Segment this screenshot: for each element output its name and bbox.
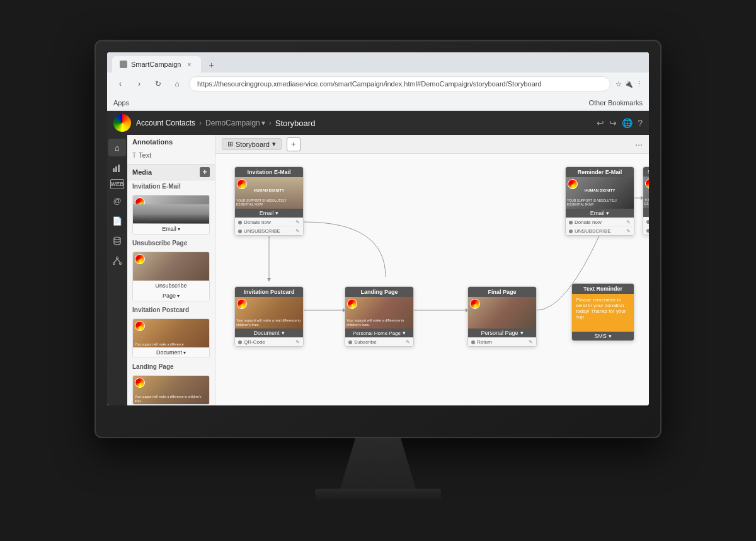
node-inv-email-header: Invitation E-Mail: [235, 167, 303, 177]
node-invitation-email[interactable]: Invitation E-Mail HUMAN DIGNITY YOUR SUP…: [234, 166, 304, 236]
other-bookmarks-label[interactable]: Other Bookmarks: [588, 99, 643, 107]
node-text-reminder[interactable]: Text Reminder Please remember to send in…: [571, 283, 634, 341]
panel-item-label-postcard[interactable]: Invitation Postcard: [127, 304, 215, 316]
svg-point-6: [120, 263, 122, 265]
node-inv-email-link2[interactable]: UNSUBSCRIBE ✎: [235, 226, 303, 235]
breadcrumb-campaign[interactable]: DemoCampaign ▾: [205, 119, 265, 127]
node-second-reminder[interactable]: Second Reminder E-Mail HUMAN DIGNITY YOU…: [643, 166, 649, 235]
inv-email-card[interactable]: Email ▾: [132, 195, 210, 235]
node-postcard-link1[interactable]: QR-Code ✎: [235, 337, 303, 346]
help-icon[interactable]: ?: [638, 118, 643, 128]
node-landing-footer[interactable]: Personal Home Page▾: [345, 329, 413, 337]
link-dot-sr1: [646, 220, 649, 224]
annotations-section: Annotations T Text: [127, 135, 215, 161]
bookmark-icon[interactable]: ☆: [616, 80, 622, 88]
node-sms-body: Please remember to send in your donation…: [572, 294, 634, 332]
sidebar-item-web[interactable]: WEB: [110, 179, 124, 189]
node-final-page[interactable]: Final Page Personal Page▾ Return ✎: [467, 286, 537, 347]
postcard-thumb: Your support will make a difference: [133, 319, 209, 347]
edit-fp[interactable]: ✎: [529, 339, 533, 345]
node-reminder-footer[interactable]: Email▾: [566, 209, 634, 218]
menu-icon[interactable]: ⋮: [636, 80, 643, 88]
node-second-reminder-header: Second Reminder E-Mail: [643, 167, 649, 177]
node-sms-footer[interactable]: SMS▾: [572, 332, 634, 340]
forward-button[interactable]: ›: [132, 77, 146, 91]
browser-tab-smartcampaign[interactable]: SmartCampaign ×: [112, 56, 201, 73]
storyboard-tab[interactable]: ⊞ Storyboard ▾: [222, 138, 282, 150]
node-reminder-link1[interactable]: Donate now ✎: [566, 218, 634, 226]
globe-icon[interactable]: 🌐: [622, 118, 633, 128]
node-postcard[interactable]: Invitation Postcard Your support will ma…: [234, 286, 304, 347]
svg-point-4: [117, 257, 118, 259]
canvas-add-tab-button[interactable]: +: [287, 137, 301, 151]
node-final-link1[interactable]: Return ✎: [468, 337, 536, 346]
breadcrumb: Account Contacts › DemoCampaign ▾ › Stor…: [136, 119, 315, 128]
node-second-reminder-link2[interactable]: UNSUBSCRIBE ✎: [643, 226, 649, 235]
node-final-header: Final Page: [468, 287, 536, 297]
node-landing-page[interactable]: Landing Page Your support will make a di…: [345, 286, 414, 347]
landing-card[interactable]: Your support will make a difference to c…: [132, 375, 210, 405]
redo-icon[interactable]: ↪: [609, 118, 617, 128]
annotations-text-item[interactable]: T Text: [127, 149, 215, 161]
browser-bookmarks-bar: Apps Other Bookmarks: [107, 95, 649, 110]
undo-icon[interactable]: ↩: [597, 118, 604, 128]
node-final-footer[interactable]: Personal Page▾: [468, 329, 536, 337]
panel-item-label-landing[interactable]: Landing Page: [127, 361, 215, 373]
tab-close-button[interactable]: ×: [185, 60, 193, 69]
node-second-reminder-footer[interactable]: Email▾: [643, 208, 649, 217]
browser-toolbar: ‹ › ↻ ⌂ https://thesourcinggroup.xmedias…: [107, 73, 649, 95]
node-second-reminder-thumb: HUMAN DIGNITY YOUR SUPPORT IS ABSOLUTELY…: [643, 177, 649, 208]
monitor-bezel: SmartCampaign × + ‹ › ↻ ⌂ https://thesou…: [94, 40, 662, 438]
node-reminder-email[interactable]: Reminder E-Mail HUMAN DIGNITY YOUR SUPPO…: [565, 166, 634, 236]
unsub-card[interactable]: Unsubscribe Page ▾: [132, 252, 210, 301]
media-add-button[interactable]: +: [200, 167, 210, 177]
node-landing-link1[interactable]: Subscribe ✎: [345, 337, 413, 346]
node-postcard-thumb: Your support will make a real difference…: [235, 297, 303, 329]
new-tab-button[interactable]: +: [203, 57, 219, 73]
node-inv-email-thumb: HUMAN DIGNITY YOUR SUPPORT IS ABSOLUTELY…: [235, 177, 303, 209]
edit-r2[interactable]: ✎: [626, 228, 631, 234]
edit-lp[interactable]: ✎: [406, 339, 410, 345]
inv-email-footer: Email ▾: [133, 224, 209, 234]
canvas-area[interactable]: Invitation E-Mail HUMAN DIGNITY YOUR SUP…: [215, 154, 649, 405]
breadcrumb-account[interactable]: Account Contacts: [136, 119, 195, 127]
address-bar[interactable]: https://thesourcinggroup.xmediaservice.c…: [189, 76, 610, 91]
link-dot-r2: [569, 230, 573, 233]
tab-favicon-icon: [120, 61, 127, 68]
back-button[interactable]: ‹: [113, 77, 127, 91]
reload-button[interactable]: ↻: [151, 77, 165, 91]
panel-item-label-unsub[interactable]: Unsubscribe Page: [127, 237, 215, 249]
node-reminder-link2[interactable]: UNSUBSCRIBE ✎: [566, 226, 634, 235]
browser-tabs: SmartCampaign × +: [107, 52, 649, 73]
apps-label[interactable]: Apps: [113, 99, 129, 107]
panel-postcard: Invitation Postcard Your support will ma…: [127, 304, 215, 358]
edit-icon2[interactable]: ✎: [295, 228, 300, 234]
unsub-footer: Unsubscribe: [133, 281, 209, 291]
canvas-more-button[interactable]: ···: [635, 139, 643, 149]
monitor-wrapper: SmartCampaign × + ‹ › ↻ ⌂ https://thesou…: [94, 40, 662, 501]
edit-icon[interactable]: ✎: [295, 219, 300, 225]
sidebar-item-database[interactable]: [108, 232, 126, 250]
sidebar-item-nodes[interactable]: [108, 252, 126, 270]
svg-point-5: [113, 263, 115, 265]
tab-title: SmartCampaign: [131, 61, 181, 68]
unsub-footer2: Page ▾: [133, 291, 209, 301]
home-button[interactable]: ⌂: [170, 77, 184, 91]
sidebar-item-email[interactable]: @: [108, 192, 126, 209]
sidebar-item-documents[interactable]: 📄: [108, 212, 126, 230]
postcard-card[interactable]: Your support will make a difference Docu…: [132, 318, 210, 358]
link-dot-fp: [471, 340, 475, 344]
node-postcard-footer[interactable]: Document▾: [235, 329, 303, 337]
node-inv-email-footer[interactable]: Email▾: [235, 209, 303, 218]
node-inv-email-logo: [237, 179, 247, 189]
sidebar-item-analytics[interactable]: [108, 159, 126, 177]
edit-pc[interactable]: ✎: [295, 339, 300, 345]
node-second-reminder-link1[interactable]: Donate now ✎: [643, 217, 649, 226]
node-inv-email-link1[interactable]: Donate now ✎: [235, 218, 303, 226]
dropdown-arrow-icon: ▾: [261, 119, 265, 127]
sidebar-item-home[interactable]: ⌂: [108, 139, 126, 156]
extension-icon[interactable]: 🔌: [624, 80, 633, 88]
panel-item-label-inv-email[interactable]: Invitation E-Mail: [127, 180, 215, 192]
node-landing-header: Landing Page: [345, 287, 413, 297]
edit-r1[interactable]: ✎: [626, 219, 631, 225]
